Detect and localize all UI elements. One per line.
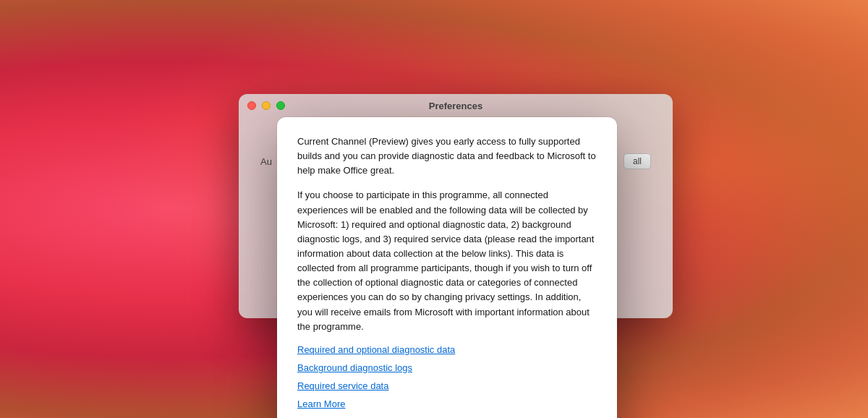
link-background-logs[interactable]: Background diagnostic logs [297, 362, 597, 373]
modal-paragraph-1: Current Channel (Preview) gives you earl… [297, 135, 597, 178]
window-controls [247, 101, 285, 110]
maximize-button[interactable] [276, 101, 285, 110]
pref-row-button[interactable]: all [624, 153, 651, 169]
window-title: Preferences [429, 101, 482, 111]
modal-body: Current Channel (Preview) gives you earl… [297, 135, 597, 334]
close-button[interactable] [247, 101, 256, 110]
modal-dialog: Current Channel (Preview) gives you earl… [277, 117, 617, 418]
link-required-service[interactable]: Required service data [297, 380, 597, 391]
link-required-optional[interactable]: Required and optional diagnostic data [297, 344, 597, 355]
modal-paragraph-2: If you choose to participate in this pro… [297, 188, 597, 333]
minimize-button[interactable] [262, 101, 271, 110]
pref-row-label: Au [260, 156, 272, 167]
titlebar: Preferences [239, 94, 673, 117]
modal-links: Required and optional diagnostic data Ba… [297, 344, 597, 409]
link-learn-more[interactable]: Learn More [297, 398, 597, 409]
